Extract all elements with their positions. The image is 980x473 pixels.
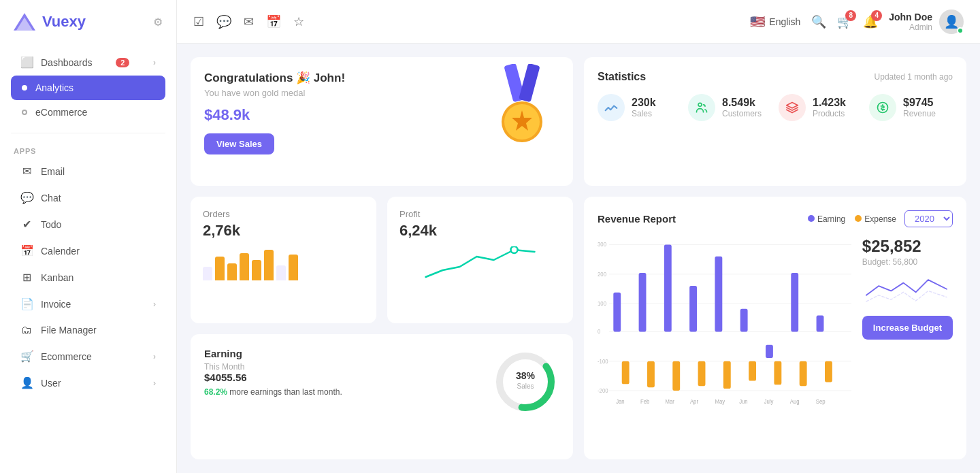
user-label: User (41, 378, 61, 389)
orders-value: 2,76k (203, 222, 364, 240)
svg-text:May: May (715, 398, 725, 406)
apps-section: APPS ✉ Email 💬 Chat ✔ Todo 📅 Calender ⊞ … (0, 136, 176, 402)
revenue-amount: $25,852 (862, 237, 921, 256)
sidebar-item-ecommerce[interactable]: eCommerce (11, 100, 165, 125)
apps-section-label: APPS (11, 142, 165, 158)
stat-sales: 230k Sales (598, 94, 681, 121)
svg-rect-30 (689, 286, 697, 331)
orders-profit-row: Orders 2,76k Profit 6,24k (191, 197, 573, 323)
notif-badge: 4 (871, 10, 882, 21)
cart-badge: 8 (845, 10, 856, 21)
svg-text:July: July (764, 398, 774, 406)
svg-text:Apr: Apr (690, 398, 698, 406)
user-role: Admin (889, 22, 932, 32)
sidebar-item-calender[interactable]: 📅 Calender (11, 238, 165, 264)
svg-rect-24 (613, 293, 621, 332)
header: ☑ 💬 ✉ 📅 ☆ 🇺🇸 English 🔍 🛒 8 🔔 4 J (177, 0, 980, 44)
sidebar-item-dashboards[interactable]: ⬜ Dashboards 2 › (11, 49, 165, 76)
flag-icon: 🇺🇸 (750, 14, 765, 29)
kanban-icon: ⊞ (20, 271, 33, 284)
chat-icon: 💬 (20, 191, 33, 204)
svg-rect-32 (715, 257, 722, 332)
notification-icon[interactable]: 🔔 4 (863, 14, 878, 29)
congrats-card: Congratulations 🎉 John! You have won gol… (191, 57, 573, 186)
ecommerce-dot (22, 110, 27, 115)
revenue-body: 300 200 100 0 -100 -200 (598, 237, 953, 410)
stats-title: Statistics (598, 71, 646, 83)
earning-left: Earning This Month $4055.56 68.2% more e… (204, 348, 480, 446)
earning-title: Earning (204, 348, 480, 359)
earning-amount: $4055.56 (204, 372, 480, 383)
revenue-stat-text: $9745 Revenue (903, 97, 936, 118)
svg-text:Sales: Sales (517, 382, 534, 390)
year-select[interactable]: 2020 2021 2022 (904, 210, 953, 227)
revenue-mini-chart (862, 274, 951, 308)
user-status-dot (957, 27, 964, 34)
svg-text:-100: -100 (598, 357, 608, 365)
invoice-chevron: › (153, 299, 156, 309)
user-info[interactable]: John Doe Admin 👤 (889, 10, 964, 34)
sales-label: Sales (632, 109, 656, 118)
dashboards-label: Dashboards (41, 57, 93, 68)
ecomm-label: Ecommerce (41, 351, 92, 362)
star-header-icon[interactable]: ☆ (293, 14, 304, 29)
divider (11, 133, 165, 133)
cart-icon-header[interactable]: 🛒 8 (837, 14, 852, 29)
sales-stat-text: 230k Sales (632, 97, 656, 118)
calendar-header-icon[interactable]: 📅 (266, 14, 281, 29)
sidebar-item-ecomm[interactable]: 🛒 Ecommerce › (11, 343, 165, 370)
sidebar-item-analytics[interactable]: Analytics (11, 76, 165, 100)
todo-header-icon[interactable]: ☑ (193, 14, 204, 29)
products-icon-wrap (779, 94, 806, 121)
svg-rect-28 (664, 245, 672, 332)
chat-header-icon[interactable]: 💬 (216, 14, 231, 29)
avatar-wrap: 👤 (939, 10, 964, 34)
earning-percent: 68.2% (204, 387, 227, 397)
revenue-icon-wrap (869, 94, 896, 121)
sidebar-item-chat[interactable]: 💬 Chat (11, 184, 165, 211)
customers-value: 8.549k (722, 97, 762, 109)
sidebar-item-todo[interactable]: ✔ Todo (11, 211, 165, 238)
svg-point-7 (511, 246, 518, 253)
logo-icon (14, 11, 35, 33)
svg-rect-35 (749, 361, 756, 381)
legend: Earning Expense (808, 214, 896, 224)
mail-header-icon[interactable]: ✉ (244, 14, 254, 29)
filemanager-label: File Manager (41, 325, 97, 336)
stats-header: Statistics Updated 1 month ago (598, 71, 953, 83)
revenue-budget: Budget: 56,800 (862, 257, 917, 267)
products-stat-text: 1.423k Products (813, 97, 846, 118)
content-area: Congratulations 🎉 John! You have won gol… (177, 44, 980, 473)
email-icon: ✉ (20, 165, 33, 178)
language-selector[interactable]: 🇺🇸 English (750, 14, 800, 29)
sidebar-item-invoice[interactable]: 📄 Invoice › (11, 291, 165, 317)
stats-grid: 230k Sales 8.549k Customers (598, 94, 953, 121)
todo-label: Todo (41, 219, 61, 230)
home-icon: ⬜ (20, 56, 33, 69)
revenue-label: Revenue (903, 109, 936, 118)
sidebar-item-filemanager[interactable]: 🗂 File Manager (11, 317, 165, 343)
view-sales-button[interactable]: View Sales (204, 133, 274, 154)
profit-card: Profit 6,24k (387, 197, 573, 323)
logo-text: Vuexy (42, 13, 86, 31)
svg-rect-39 (800, 361, 807, 387)
svg-rect-27 (647, 361, 655, 387)
earning-card: Earning This Month $4055.56 68.2% more e… (191, 334, 573, 459)
svg-rect-37 (774, 361, 781, 385)
cart-icon: 🛒 (20, 350, 33, 363)
chart-area: 300 200 100 0 -100 -200 (598, 237, 851, 410)
todo-icon: ✔ (20, 218, 33, 231)
calender-label: Calender (41, 246, 80, 257)
sidebar-item-email[interactable]: ✉ Email (11, 158, 165, 184)
revenue-header: Revenue Report Earning Expense 2020 2021… (598, 210, 953, 227)
increase-budget-button[interactable]: Increase Budget (862, 316, 953, 340)
main-area: ☑ 💬 ✉ 📅 ☆ 🇺🇸 English 🔍 🛒 8 🔔 4 J (177, 0, 980, 473)
search-icon[interactable]: 🔍 (811, 14, 826, 29)
sidebar-item-kanban[interactable]: ⊞ Kanban (11, 264, 165, 291)
sales-icon-wrap (598, 94, 625, 121)
stat-customers: 8.549k Customers (688, 94, 772, 121)
orders-label: Orders (203, 209, 364, 219)
sidebar-item-user[interactable]: 👤 User › (11, 370, 165, 396)
settings-icon[interactable]: ⚙ (153, 16, 163, 29)
earning-dot (808, 215, 815, 222)
